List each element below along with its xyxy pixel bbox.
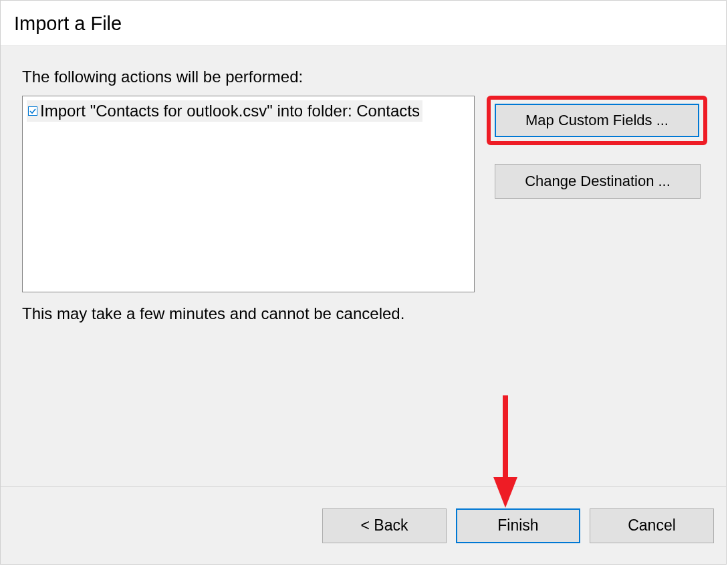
actions-list: Import "Contacts for outlook.csv" into f… [22, 96, 475, 292]
back-button[interactable]: < Back [322, 508, 447, 543]
action-item[interactable]: Import "Contacts for outlook.csv" into f… [27, 100, 422, 122]
actions-label: The following actions will be performed: [22, 68, 707, 86]
finish-button[interactable]: Finish [456, 508, 580, 543]
dialog-title-bar: Import a File [1, 1, 726, 46]
action-item-text: Import "Contacts for outlook.csv" into f… [40, 102, 420, 120]
cancel-button[interactable]: Cancel [590, 508, 714, 543]
side-buttons: Map Custom Fields ... Change Destination… [487, 96, 707, 199]
map-custom-fields-button[interactable]: Map Custom Fields ... [495, 104, 699, 137]
dialog-content: The following actions will be performed:… [1, 46, 726, 488]
import-file-dialog: Import a File The following actions will… [0, 0, 727, 565]
annotation-highlight-box: Map Custom Fields ... [487, 96, 707, 145]
dialog-footer: < Back Finish Cancel [1, 486, 726, 564]
change-destination-button[interactable]: Change Destination ... [495, 164, 701, 199]
dialog-title: Import a File [14, 13, 713, 35]
warning-text: This may take a few minutes and cannot b… [22, 304, 707, 323]
checkbox-checked-icon[interactable] [28, 106, 37, 116]
middle-row: Import "Contacts for outlook.csv" into f… [22, 96, 707, 292]
